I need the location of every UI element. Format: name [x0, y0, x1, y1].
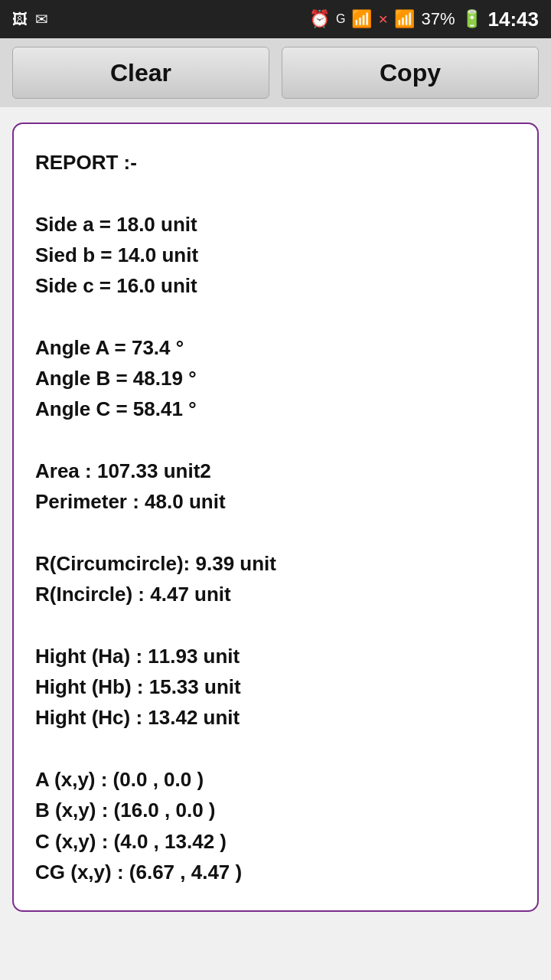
report-angle-b: Angle B = 48.19 °: [35, 367, 197, 390]
report-title: REPORT :-: [35, 151, 137, 174]
report-side-b: Sied b = 14.0 unit: [35, 243, 198, 266]
report-area: Area : 107.33 unit2: [35, 459, 211, 482]
report-hight-hb: Hight (Hb) : 15.33 unit: [35, 675, 241, 698]
report-hight-ha: Hight (Ha) : 11.93 unit: [35, 645, 240, 668]
signal-icon: G: [336, 12, 345, 26]
signal-bars-2: 📶: [394, 9, 415, 29]
report-r-incircle: R(Incircle) : 4.47 unit: [35, 583, 231, 606]
report-content: REPORT :- Side a = 18.0 unit Sied b = 14…: [35, 147, 516, 887]
report-coord-cg: CG (x,y) : (6.67 , 4.47 ): [35, 861, 242, 884]
report-hight-hc: Hight (Hc) : 13.42 unit: [35, 706, 240, 729]
status-bar: 🖼 ✉ ⏰ G 📶 ✕ 📶 37% 🔋 14:43: [0, 0, 551, 38]
report-card: REPORT :- Side a = 18.0 unit Sied b = 14…: [12, 122, 539, 912]
email-icon: ✉: [35, 10, 48, 28]
report-side-c: Side c = 16.0 unit: [35, 274, 197, 297]
status-left-icons: 🖼 ✉: [12, 10, 48, 28]
gallery-icon: 🖼: [12, 11, 28, 28]
status-right-info: ⏰ G 📶 ✕ 📶 37% 🔋 14:43: [309, 8, 539, 31]
battery-icon: 🔋: [461, 9, 482, 29]
battery-percent: 37%: [421, 9, 455, 29]
alarm-icon: ⏰: [309, 9, 330, 29]
report-r-circumcircle: R(Circumcircle): 9.39 unit: [35, 552, 276, 575]
report-perimeter: Perimeter : 48.0 unit: [35, 490, 226, 513]
report-angle-c: Angle C = 58.41 °: [35, 397, 197, 420]
report-coord-a: A (x,y) : (0.0 , 0.0 ): [35, 768, 204, 791]
clock: 14:43: [488, 8, 540, 31]
signal-bars: 📶: [351, 9, 372, 29]
report-coord-c: C (x,y) : (4.0 , 13.42 ): [35, 830, 227, 853]
report-coord-b: B (x,y) : (16.0 , 0.0 ): [35, 799, 216, 822]
report-angle-a: Angle A = 73.4 °: [35, 336, 184, 359]
report-side-a: Side a = 18.0 unit: [35, 213, 197, 236]
no-sim-icon: ✕: [378, 12, 388, 27]
toolbar: Clear Copy: [0, 38, 551, 107]
copy-button[interactable]: Copy: [282, 47, 539, 99]
clear-button[interactable]: Clear: [12, 47, 269, 99]
